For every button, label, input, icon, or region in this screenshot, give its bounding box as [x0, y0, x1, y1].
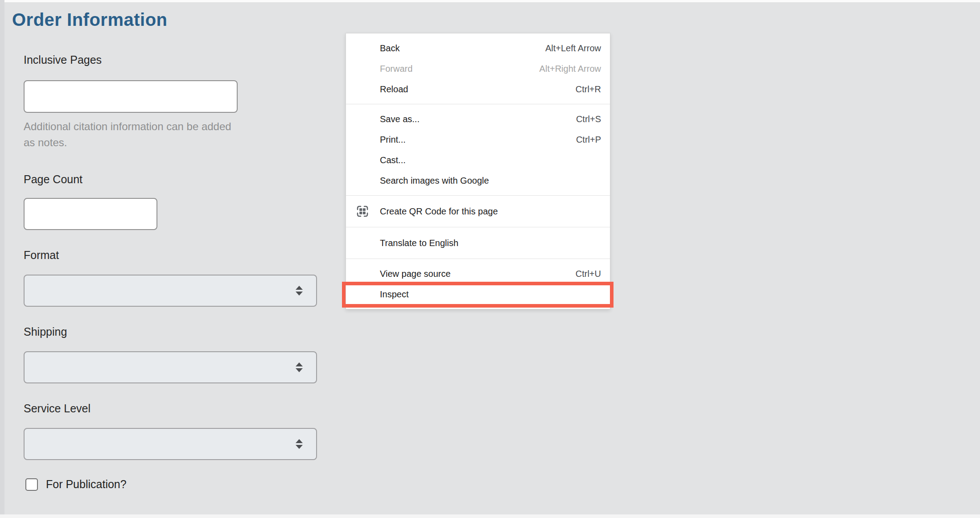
menu-item-label: Back	[380, 43, 399, 53]
browser-context-menu: Back Alt+Left Arrow Forward Alt+Right Ar…	[346, 33, 610, 309]
select-updown-icon	[296, 439, 303, 449]
menu-group-developer: View page source Ctrl+U Inspect	[346, 259, 610, 309]
menu-item-label: Translate to English	[380, 238, 458, 248]
menu-item-print[interactable]: Print... Ctrl+P	[346, 129, 610, 150]
menu-group-page-actions: Save as... Ctrl+S Print... Ctrl+P Cast..…	[346, 104, 610, 195]
menu-group-qr: Create QR Code for this page	[346, 196, 610, 227]
shipping-label: Shipping	[24, 325, 67, 338]
menu-item-back[interactable]: Back Alt+Left Arrow	[346, 38, 610, 58]
inclusive-pages-label: Inclusive Pages	[24, 53, 102, 66]
menu-item-label: Print...	[380, 135, 406, 145]
menu-item-label: View page source	[380, 269, 451, 279]
shipping-select[interactable]	[24, 351, 317, 383]
menu-item-label: Reload	[380, 84, 408, 95]
menu-item-cast[interactable]: Cast...	[346, 150, 610, 170]
menu-item-shortcut: Ctrl+R	[576, 84, 601, 95]
menu-item-label: Inspect	[380, 289, 408, 300]
menu-item-forward[interactable]: Forward Alt+Right Arrow	[346, 58, 610, 79]
menu-item-label: Cast...	[380, 155, 406, 165]
qr-code-icon	[355, 204, 370, 219]
menu-item-label: Create QR Code for this page	[380, 206, 498, 217]
select-updown-icon	[296, 362, 303, 372]
page-bottom-edge	[0, 514, 980, 518]
for-publication-checkbox[interactable]	[25, 478, 38, 491]
format-label: Format	[24, 249, 59, 262]
menu-item-shortcut: Ctrl+P	[576, 135, 601, 145]
menu-item-view-page-source[interactable]: View page source Ctrl+U	[346, 263, 610, 284]
menu-group-translate: Translate to English	[346, 227, 610, 259]
menu-item-create-qr-code[interactable]: Create QR Code for this page	[346, 201, 610, 222]
menu-item-label: Search images with Google	[380, 176, 489, 186]
page-count-label: Page Count	[24, 173, 82, 186]
service-level-select[interactable]	[24, 428, 317, 460]
page-title: Order Information	[12, 10, 168, 30]
page-count-input[interactable]	[24, 198, 157, 230]
format-select[interactable]	[24, 275, 317, 307]
menu-item-inspect[interactable]: Inspect	[346, 284, 610, 304]
menu-item-search-images-with-google[interactable]: Search images with Google	[346, 170, 610, 191]
menu-item-reload[interactable]: Reload Ctrl+R	[346, 79, 610, 99]
menu-item-label: Save as...	[380, 114, 420, 124]
page-left-edge	[0, 0, 4, 518]
select-updown-icon	[296, 286, 303, 296]
menu-item-save-as[interactable]: Save as... Ctrl+S	[346, 109, 610, 129]
menu-item-translate-to-english[interactable]: Translate to English	[346, 233, 610, 253]
for-publication-row: For Publication?	[25, 478, 127, 491]
page-top-edge	[0, 0, 980, 2]
inclusive-pages-input[interactable]	[24, 80, 238, 113]
menu-item-shortcut: Alt+Left Arrow	[545, 43, 601, 53]
service-level-label: Service Level	[24, 402, 91, 415]
menu-item-shortcut: Ctrl+S	[576, 114, 601, 124]
for-publication-label: For Publication?	[46, 478, 127, 491]
menu-item-shortcut: Alt+Right Arrow	[539, 64, 601, 74]
menu-group-navigation: Back Alt+Left Arrow Forward Alt+Right Ar…	[346, 33, 610, 104]
menu-item-label: Forward	[380, 64, 412, 74]
menu-item-shortcut: Ctrl+U	[576, 269, 601, 279]
inclusive-pages-helper-text: Additional citation information can be a…	[24, 119, 242, 151]
